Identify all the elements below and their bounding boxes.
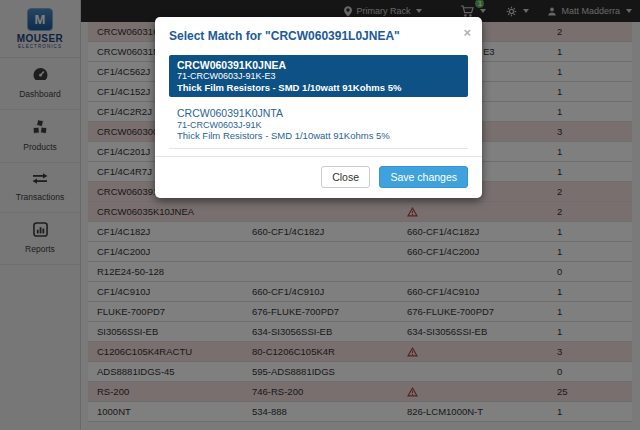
match-options-list: CRCW060391K0JNEA 71-CRCW0603J-91K-E3 Thi…: [169, 55, 468, 149]
close-icon[interactable]: ×: [463, 26, 471, 39]
app-window: Primary Rack 1 Matt Madderra M: [0, 0, 640, 430]
option-mouser-part: 71-CRCW0603J-91K-E3: [177, 71, 460, 82]
match-option-selected[interactable]: CRCW060391K0JNEA 71-CRCW0603J-91K-E3 Thi…: [169, 55, 468, 97]
match-option[interactable]: CRCW060391K0JNTA 71-CRCW0603J-91K Thick …: [169, 101, 468, 149]
option-description: Thick Film Resistors - SMD 1/10watt 91Ko…: [177, 82, 460, 93]
option-part-number: CRCW060391K0JNEA: [177, 59, 460, 71]
option-mouser-part: 71-CRCW0603J-91K: [177, 120, 460, 131]
save-changes-button[interactable]: Save changes: [379, 166, 468, 188]
close-button[interactable]: Close: [321, 166, 370, 188]
option-description: Thick Film Resistors - SMD 1/10watt 91Ko…: [177, 130, 460, 141]
modal-footer: Close Save changes: [155, 156, 482, 198]
select-match-modal: × Select Match for "CRCW060391L0JNEA" CR…: [155, 17, 482, 198]
modal-title: Select Match for "CRCW060391L0JNEA": [155, 17, 482, 51]
option-part-number: CRCW060391K0JNTA: [177, 107, 460, 119]
